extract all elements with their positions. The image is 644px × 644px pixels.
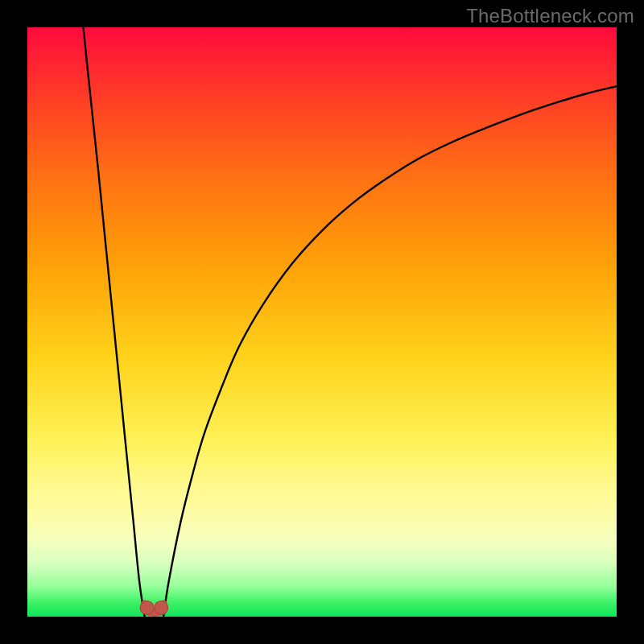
- bottleneck-curve-right: [163, 86, 617, 617]
- bottleneck-curve-left: [84, 27, 145, 617]
- plot-area: [27, 27, 617, 617]
- chart-svg: [27, 27, 617, 617]
- chart-frame: TheBottleneck.com: [0, 0, 644, 644]
- watermark-text: TheBottleneck.com: [466, 5, 634, 27]
- min-marker-right: [155, 601, 168, 615]
- min-marker-left: [140, 601, 154, 615]
